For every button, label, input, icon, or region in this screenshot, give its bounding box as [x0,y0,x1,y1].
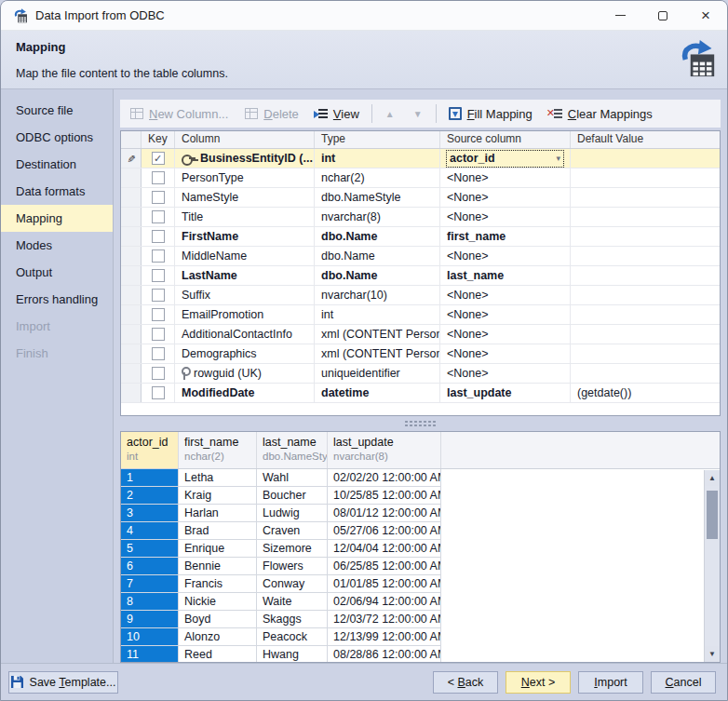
type-column-header[interactable]: Type [315,131,440,148]
mapping-grid: Key Column Type Source column Default Va… [120,130,721,416]
mapping-row[interactable]: Titlenvarchar(8)<None> [121,208,720,227]
sidebar-item-source-file[interactable]: Source file [1,97,113,124]
sidebar-item-modes[interactable]: Modes [1,232,113,259]
source-column-dropdown[interactable]: actor_id▾ [447,151,563,167]
sidebar-item-output[interactable]: Output [1,259,113,286]
source-preview-grid: actor_idintfirst_namenchar(2)last_namedb… [120,431,721,663]
fill-mapping-button[interactable]: Fill Mapping [440,101,541,126]
view-button[interactable]: View [307,101,368,126]
grid-splitter[interactable] [120,416,721,431]
mapping-row[interactable]: rowguid (UK)uniqueidentifier<None> [121,364,720,384]
mapping-row[interactable]: LastNamedbo.Namelast_name [121,266,720,286]
preview-cell: 12/13/99 12:00:00 AM [328,628,441,646]
source-column-cell[interactable]: <None> [440,208,571,226]
scroll-down-button[interactable]: ▼ [705,646,720,662]
preview-col-header-first_name[interactable]: first_namenchar(2) [179,432,257,468]
column-name-cell: Demographics [175,344,315,363]
key-checkbox[interactable] [152,171,165,184]
key-checkbox[interactable] [152,191,165,204]
mapping-row[interactable]: EmailPromotionint<None> [121,305,720,325]
mapping-row[interactable]: NameStyledbo.NameStyle<None> [121,188,720,208]
scrollbar-thumb[interactable] [707,491,718,539]
sidebar-item-destination[interactable]: Destination [1,151,113,178]
mapping-row[interactable]: MiddleNamedbo.Name<None> [121,247,720,266]
source-column-cell[interactable]: actor_id▾ [440,149,571,168]
source-column-cell[interactable]: <None> [440,188,571,207]
mapping-row[interactable]: Suffixnvarchar(10)<None> [121,286,720,305]
key-checkbox[interactable] [152,328,165,341]
wizard-steps-sidebar: Source fileODBC optionsDestinationData f… [1,89,114,663]
preview-row: 10AlonzoPeacock12/13/99 12:00:00 AM [121,628,720,646]
scroll-up-button[interactable]: ▲ [705,470,720,486]
source-column-cell[interactable]: <None> [440,305,571,324]
key-checkbox[interactable] [152,249,165,263]
sidebar-item-odbc-options[interactable]: ODBC options [1,124,113,151]
preview-row: 5EnriqueSizemore12/04/04 12:00:00 AM [121,540,720,558]
key-checkbox[interactable]: ✓ [152,152,165,165]
source-column-cell[interactable]: last_name [440,266,571,285]
key-column-header[interactable]: Key [142,131,175,148]
type-cell: dbo.Name [315,227,440,246]
preview-col-header-last_update[interactable]: last_updatenvarchar(8) [328,432,441,468]
source-column-cell[interactable]: <None> [440,169,571,187]
column-name-cell: ModifiedDate [175,384,315,402]
source-column-cell[interactable]: <None> [440,344,571,363]
key-checkbox[interactable] [152,386,165,399]
type-cell: int [315,305,440,324]
back-button[interactable]: < Back [433,671,498,694]
preview-col-header-last_name[interactable]: last_namedbo.NameStyle [257,432,328,468]
source-column-header[interactable]: Source column [440,131,571,148]
minimize-button[interactable] [599,1,641,30]
key-checkbox[interactable] [152,230,165,243]
key-checkbox[interactable] [152,347,165,360]
preview-cell: 01/01/85 12:00:00 AM [328,575,441,593]
key-cell [142,227,175,246]
cancel-button[interactable]: Cancel [651,671,716,694]
type-cell: xml (CONTENT Person.Ad... [315,325,440,344]
source-column-cell[interactable]: first_name [440,227,571,246]
source-column-cell[interactable]: <None> [440,286,571,304]
preview-cell: Enrique [179,540,257,558]
key-checkbox[interactable] [152,289,165,302]
clear-mappings-button[interactable]: Clear Mappings [541,101,661,126]
close-button[interactable]: × [684,1,727,30]
default-value-cell [571,305,720,324]
column-column-header[interactable]: Column [175,131,315,148]
sidebar-item-data-formats[interactable]: Data formats [1,178,113,205]
source-column-cell[interactable]: <None> [440,325,571,344]
maximize-icon [658,11,667,20]
source-column-cell[interactable]: last_update [440,384,571,402]
preview-col-header-actor_id[interactable]: actor_idint [121,432,179,468]
row-indicator-cell [121,266,142,285]
preview-scrollbar[interactable]: ▲ ▼ [704,470,720,662]
mapping-row[interactable]: PersonTypenchar(2)<None> [121,169,720,188]
key-checkbox[interactable] [152,308,165,321]
mapping-row[interactable]: Demographicsxml (CONTENT Person.Ind...<N… [121,344,720,364]
sidebar-item-mapping[interactable]: Mapping [1,205,113,232]
row-id-cell: 3 [121,505,179,522]
key-checkbox[interactable] [152,269,165,282]
mapping-row[interactable]: ✎✓BusinessEntityID (...intactor_id▾ [121,149,720,169]
key-checkbox[interactable] [152,367,165,380]
import-button[interactable]: Import [578,671,643,694]
key-checkbox[interactable] [152,210,165,223]
column-name-label: BusinessEntityID (... [200,152,313,165]
mapping-row[interactable]: AdditionalContactInfoxml (CONTENT Person… [121,325,720,344]
up-arrow-icon: ▲ [385,109,395,119]
save-icon [11,676,23,688]
mapping-row[interactable]: FirstNamedbo.Namefirst_name [121,227,720,247]
mapping-row[interactable]: ModifiedDatedatetimelast_update(getdate(… [121,384,720,403]
mapping-grid-header: Key Column Type Source column Default Va… [121,131,720,149]
save-template-button[interactable]: Save Template... [8,671,118,694]
key-cell [142,169,175,187]
sidebar-item-errors-handling[interactable]: Errors handling [1,286,113,313]
maximize-button[interactable] [641,1,684,30]
new-column-icon [130,108,143,119]
type-cell: dbo.NameStyle [315,188,440,207]
source-column-cell[interactable]: <None> [440,364,571,383]
close-icon: × [701,7,710,23]
default-value-header[interactable]: Default Value [571,131,720,148]
source-column-cell[interactable]: <None> [440,247,571,265]
next-button[interactable]: Next > [506,671,571,694]
row-id-cell: 5 [121,540,179,558]
